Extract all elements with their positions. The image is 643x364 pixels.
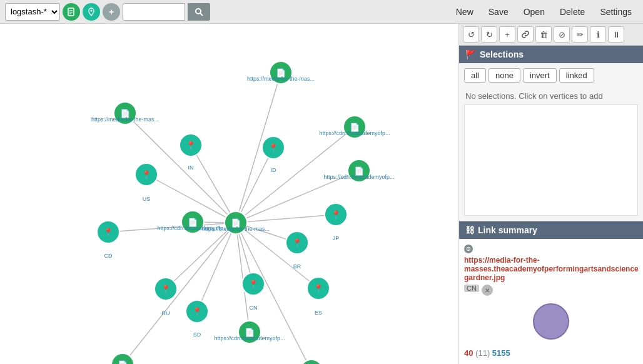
stat-5155: 5155 (492, 348, 510, 358)
add-node-btn[interactable]: + (499, 26, 515, 43)
svg-text:📍: 📍 (103, 227, 114, 238)
graph-node-n9[interactable]: 📍CD (97, 221, 119, 259)
node-label-n9: CD (104, 253, 113, 259)
index-select-wrap: logstash-* (5, 3, 60, 21)
delete-button[interactable]: Delete (554, 4, 591, 19)
svg-text:📍: 📍 (186, 140, 196, 151)
settings-button[interactable]: Settings (594, 4, 638, 19)
pie-chart-area (464, 296, 638, 347)
new-button[interactable]: New (450, 4, 480, 19)
link-btn[interactable] (517, 26, 534, 43)
node-label-n15: ES (315, 310, 322, 316)
svg-text:📍: 📍 (313, 283, 324, 294)
linked-button[interactable]: linked (559, 68, 594, 83)
svg-text:📍: 📍 (141, 169, 152, 180)
svg-text:📍: 📍 (248, 279, 259, 290)
svg-text:📍: 📍 (268, 143, 279, 153)
graph-node-n8[interactable]: 📍JP (325, 203, 347, 241)
selection-buttons: all none invert linked (459, 63, 643, 88)
graph-node-n2[interactable]: 📄https://media-for-the-mas... (91, 102, 159, 124)
location-icon-btn[interactable] (83, 3, 100, 21)
svg-point-4 (91, 9, 93, 11)
link-summary-title: Link summary (478, 225, 537, 235)
node-label-n14: CN (250, 305, 258, 311)
link-summary-content: ⊙ https://media-for-the-masses.theacadem… (459, 239, 643, 364)
stat-40: 40 (464, 348, 473, 358)
svg-point-5 (196, 9, 201, 14)
doc-icon-btn[interactable] (63, 3, 80, 21)
link-circle-icon: ⊙ (464, 245, 473, 253)
graph-node-n3[interactable]: 📄https://cdn.theacademyofp... (319, 116, 390, 138)
svg-line-18 (166, 223, 236, 289)
stat-11: (11) (475, 348, 490, 358)
graph-svg: 📄https://media-for-the-mas...📄https://me… (0, 24, 458, 364)
svg-text:📄: 📄 (118, 360, 128, 364)
svg-line-21 (197, 223, 236, 311)
info-btn[interactable]: ℹ (590, 26, 606, 43)
graph-node-n14[interactable]: 📍CN (242, 273, 265, 311)
right-panel: ↺ ↻ + 🗑 ⊘ ✏ ℹ ⏸ 🚩 Selections all none in… (458, 24, 643, 364)
index-select[interactable]: logstash-* (5, 3, 60, 21)
undo-btn[interactable]: ↺ (463, 26, 479, 43)
open-button[interactable]: Open (517, 4, 551, 19)
svg-point-61 (300, 360, 323, 364)
graph-node-n12[interactable]: 📍BR (286, 231, 308, 270)
redo-btn[interactable]: ↻ (481, 26, 497, 43)
node-label-n12: BR (293, 263, 301, 270)
node-label-n2: https://media-for-the-mas... (91, 116, 159, 123)
flag-icon: 🚩 (465, 49, 476, 59)
node-label-n8: JP (333, 235, 340, 241)
node-label-n3: https://cdn.theacademyofp... (319, 130, 390, 136)
graph-node-n15[interactable]: 📍ES (307, 277, 330, 316)
save-button[interactable]: Save (482, 4, 515, 19)
link-badge: CN (464, 285, 479, 292)
all-button[interactable]: all (464, 68, 486, 83)
svg-line-6 (200, 13, 203, 16)
graph-node-n13[interactable]: 📍RU (154, 278, 177, 316)
invert-button[interactable]: invert (523, 68, 557, 83)
node-label-n4: IN (188, 164, 194, 171)
node-label-n11: https://media-for-the-mas... (202, 226, 270, 232)
add-icon-btn[interactable]: + (103, 3, 120, 21)
edit-btn[interactable]: ✏ (572, 26, 588, 43)
graph-node-n19[interactable]: 📄https://media-for-the-mas... (278, 360, 345, 364)
toolbar: logstash-* + 200 New Save Open Delete Se… (0, 0, 643, 24)
graph-node-n16[interactable]: 📍SD (186, 300, 208, 338)
graph-node-n18[interactable]: 📄https://media-for-the-mas... (89, 353, 156, 364)
search-button[interactable] (188, 3, 210, 21)
graph-node-n5[interactable]: 📍ID (262, 136, 285, 173)
svg-line-14 (236, 215, 336, 223)
link-summary-header: ⛓ Link summary (459, 221, 643, 239)
graph-node-n17[interactable]: 📄https://cdn.theacademyofp... (214, 321, 285, 343)
svg-text:📍: 📍 (292, 238, 303, 248)
selections-title: Selections (480, 49, 524, 59)
graph-area[interactable]: 📄https://media-for-the-mas...📄https://me… (0, 24, 458, 364)
none-button[interactable]: none (489, 68, 520, 83)
delete-node-btn[interactable]: 🗑 (535, 26, 552, 43)
node-label-n1: https://media-for-the-mas... (247, 76, 315, 82)
block-btn[interactable]: ⊘ (554, 26, 570, 43)
svg-text:📍: 📍 (161, 284, 171, 295)
svg-line-23 (123, 223, 236, 364)
pause-btn[interactable]: ⏸ (608, 26, 624, 43)
graph-node-n6[interactable]: 📍US (135, 163, 158, 202)
node-label-n7: https://cdn.theacademyofp... (323, 174, 394, 180)
link-url: ⊙ https://media-for-the-masses.theacadem… (464, 244, 638, 296)
graph-node-n1[interactable]: 📄https://media-for-the-mas... (247, 61, 315, 84)
node-label-n17: https://cdn.theacademyofp... (214, 335, 285, 341)
node-label-n16: SD (193, 331, 201, 338)
link-summary-section: ⛓ Link summary ⊙ https://media-for-the-m… (459, 221, 643, 364)
graph-node-n4[interactable]: 📍IN (180, 134, 202, 171)
node-label-n5: ID (271, 167, 277, 173)
link-url-text[interactable]: https://media-for-the-masses.theacademyo… (464, 256, 639, 282)
main-area: 📄https://media-for-the-mas...📄https://me… (0, 24, 643, 364)
no-selections-text: No selections. Click on vertices to add (459, 88, 643, 104)
link-copy-button[interactable]: ✕ (482, 285, 493, 296)
selections-header: 🚩 Selections (459, 46, 643, 63)
svg-text:📍: 📍 (192, 306, 203, 317)
node-label-n13: RU (162, 310, 170, 316)
graph-node-n7[interactable]: 📄https://cdn.theacademyofp... (323, 159, 394, 182)
svg-text:📍: 📍 (331, 210, 342, 220)
count-input[interactable]: 200 (123, 3, 185, 21)
panel-toolbar: ↺ ↻ + 🗑 ⊘ ✏ ℹ ⏸ (459, 24, 643, 46)
